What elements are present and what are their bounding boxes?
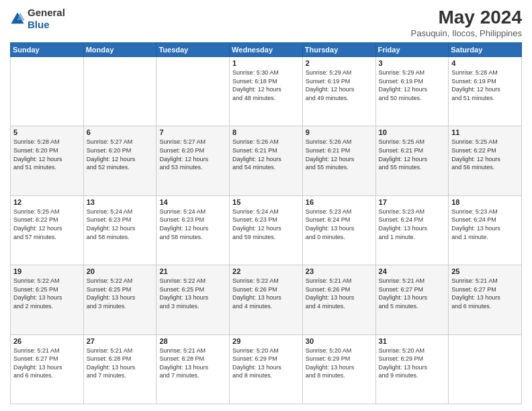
day-info: Sunrise: 5:22 AM Sunset: 6:25 PM Dayligh… (87, 277, 154, 310)
day-number: 29 (232, 337, 300, 345)
day-number: 1 (232, 59, 300, 67)
day-info: Sunrise: 5:26 AM Sunset: 6:21 PM Dayligh… (232, 138, 300, 171)
calendar-cell: 5Sunrise: 5:28 AM Sunset: 6:20 PM Daylig… (11, 126, 84, 195)
day-number: 19 (13, 267, 81, 275)
calendar-cell: 4Sunrise: 5:28 AM Sunset: 6:19 PM Daylig… (449, 57, 522, 126)
calendar-cell: 6Sunrise: 5:27 AM Sunset: 6:20 PM Daylig… (83, 126, 157, 195)
calendar-week-row: 5Sunrise: 5:28 AM Sunset: 6:20 PM Daylig… (11, 126, 522, 195)
day-info: Sunrise: 5:21 AM Sunset: 6:27 PM Dayligh… (379, 277, 446, 310)
logo: General Blue (10, 7, 65, 31)
day-number: 24 (379, 267, 446, 275)
day-number: 18 (451, 198, 519, 206)
weekday-header: Tuesday (157, 43, 230, 57)
calendar-cell: 3Sunrise: 5:29 AM Sunset: 6:19 PM Daylig… (375, 57, 449, 126)
day-info: Sunrise: 5:27 AM Sunset: 6:20 PM Dayligh… (159, 138, 226, 171)
day-number: 27 (87, 337, 154, 345)
calendar-cell: 19Sunrise: 5:22 AM Sunset: 6:25 PM Dayli… (11, 265, 84, 334)
day-number: 6 (87, 128, 154, 136)
calendar-cell (157, 57, 230, 126)
weekday-header: Sunday (11, 43, 84, 57)
day-number: 28 (159, 337, 226, 345)
day-info: Sunrise: 5:28 AM Sunset: 6:20 PM Dayligh… (13, 138, 81, 171)
calendar-cell: 15Sunrise: 5:24 AM Sunset: 6:23 PM Dayli… (230, 195, 303, 265)
day-number: 16 (306, 198, 373, 206)
calendar-cell: 8Sunrise: 5:26 AM Sunset: 6:21 PM Daylig… (230, 126, 303, 195)
calendar-cell (449, 334, 522, 404)
day-number: 31 (379, 337, 446, 345)
calendar-week-row: 1Sunrise: 5:30 AM Sunset: 6:18 PM Daylig… (11, 57, 522, 126)
calendar-cell: 31Sunrise: 5:20 AM Sunset: 6:29 PM Dayli… (375, 334, 449, 404)
day-info: Sunrise: 5:23 AM Sunset: 6:24 PM Dayligh… (379, 208, 446, 241)
day-number: 20 (87, 267, 154, 275)
weekday-header: Saturday (449, 43, 522, 57)
weekday-header: Thursday (302, 43, 375, 57)
day-info: Sunrise: 5:28 AM Sunset: 6:19 PM Dayligh… (451, 68, 519, 102)
weekday-header: Wednesday (230, 43, 303, 57)
day-info: Sunrise: 5:21 AM Sunset: 6:26 PM Dayligh… (306, 277, 373, 310)
day-number: 21 (159, 267, 226, 275)
calendar-cell: 21Sunrise: 5:22 AM Sunset: 6:25 PM Dayli… (157, 265, 230, 334)
day-number: 12 (13, 198, 81, 206)
day-number: 9 (306, 128, 373, 136)
day-number: 2 (306, 59, 373, 67)
calendar-week-row: 26Sunrise: 5:21 AM Sunset: 6:27 PM Dayli… (11, 334, 522, 404)
day-info: Sunrise: 5:22 AM Sunset: 6:25 PM Dayligh… (13, 277, 81, 310)
calendar-cell: 2Sunrise: 5:29 AM Sunset: 6:19 PM Daylig… (302, 57, 375, 126)
day-info: Sunrise: 5:25 AM Sunset: 6:21 PM Dayligh… (379, 138, 446, 171)
calendar-cell: 10Sunrise: 5:25 AM Sunset: 6:21 PM Dayli… (375, 126, 449, 195)
weekday-header: Monday (83, 43, 157, 57)
calendar-cell: 28Sunrise: 5:21 AM Sunset: 6:28 PM Dayli… (157, 334, 230, 404)
calendar-cell: 11Sunrise: 5:25 AM Sunset: 6:22 PM Dayli… (449, 126, 522, 195)
day-number: 17 (379, 198, 446, 206)
calendar-week-row: 19Sunrise: 5:22 AM Sunset: 6:25 PM Dayli… (11, 265, 522, 334)
day-number: 14 (159, 198, 226, 206)
day-info: Sunrise: 5:24 AM Sunset: 6:23 PM Dayligh… (87, 208, 154, 241)
day-number: 5 (13, 128, 81, 136)
day-info: Sunrise: 5:23 AM Sunset: 6:24 PM Dayligh… (306, 208, 373, 241)
day-info: Sunrise: 5:29 AM Sunset: 6:19 PM Dayligh… (379, 68, 446, 102)
calendar-cell: 22Sunrise: 5:22 AM Sunset: 6:26 PM Dayli… (230, 265, 303, 334)
weekday-row: SundayMondayTuesdayWednesdayThursdayFrid… (11, 43, 522, 57)
day-number: 15 (232, 198, 300, 206)
page: General Blue May 2024 Pasuquin, Ilocos, … (0, 0, 532, 411)
calendar-cell: 30Sunrise: 5:20 AM Sunset: 6:29 PM Dayli… (302, 334, 375, 404)
weekday-header: Friday (375, 43, 449, 57)
calendar-cell (11, 57, 84, 126)
day-number: 10 (379, 128, 446, 136)
day-number: 4 (451, 59, 519, 67)
calendar-cell: 13Sunrise: 5:24 AM Sunset: 6:23 PM Dayli… (83, 195, 157, 265)
day-info: Sunrise: 5:30 AM Sunset: 6:18 PM Dayligh… (232, 68, 300, 102)
logo-icon (10, 11, 25, 26)
calendar-cell: 24Sunrise: 5:21 AM Sunset: 6:27 PM Dayli… (375, 265, 449, 334)
calendar-cell: 7Sunrise: 5:27 AM Sunset: 6:20 PM Daylig… (157, 126, 230, 195)
calendar-body: 1Sunrise: 5:30 AM Sunset: 6:18 PM Daylig… (11, 57, 522, 404)
day-number: 13 (87, 198, 154, 206)
calendar-cell: 26Sunrise: 5:21 AM Sunset: 6:27 PM Dayli… (11, 334, 84, 404)
calendar-cell: 16Sunrise: 5:23 AM Sunset: 6:24 PM Dayli… (302, 195, 375, 265)
title-block: May 2024 Pasuquin, Ilocos, Philippines (411, 7, 523, 38)
day-info: Sunrise: 5:22 AM Sunset: 6:26 PM Dayligh… (232, 277, 300, 310)
day-info: Sunrise: 5:21 AM Sunset: 6:28 PM Dayligh… (87, 347, 154, 380)
day-info: Sunrise: 5:20 AM Sunset: 6:29 PM Dayligh… (379, 347, 446, 380)
day-info: Sunrise: 5:20 AM Sunset: 6:29 PM Dayligh… (232, 347, 300, 380)
calendar-cell: 14Sunrise: 5:24 AM Sunset: 6:23 PM Dayli… (157, 195, 230, 265)
day-number: 3 (379, 59, 446, 67)
calendar-cell: 1Sunrise: 5:30 AM Sunset: 6:18 PM Daylig… (230, 57, 303, 126)
calendar-cell: 23Sunrise: 5:21 AM Sunset: 6:26 PM Dayli… (302, 265, 375, 334)
header: General Blue May 2024 Pasuquin, Ilocos, … (10, 7, 522, 38)
calendar-cell: 29Sunrise: 5:20 AM Sunset: 6:29 PM Dayli… (230, 334, 303, 404)
day-info: Sunrise: 5:26 AM Sunset: 6:21 PM Dayligh… (306, 138, 373, 171)
logo-text-general: General (28, 7, 65, 18)
calendar-cell: 18Sunrise: 5:23 AM Sunset: 6:24 PM Dayli… (449, 195, 522, 265)
calendar-cell: 12Sunrise: 5:25 AM Sunset: 6:22 PM Dayli… (11, 195, 84, 265)
day-info: Sunrise: 5:25 AM Sunset: 6:22 PM Dayligh… (451, 138, 519, 171)
calendar-cell: 20Sunrise: 5:22 AM Sunset: 6:25 PM Dayli… (83, 265, 157, 334)
day-number: 23 (306, 267, 373, 275)
day-number: 7 (159, 128, 226, 136)
day-info: Sunrise: 5:24 AM Sunset: 6:23 PM Dayligh… (159, 208, 226, 241)
calendar-cell (83, 57, 157, 126)
day-info: Sunrise: 5:29 AM Sunset: 6:19 PM Dayligh… (306, 68, 373, 102)
day-number: 22 (232, 267, 300, 275)
calendar-cell: 25Sunrise: 5:21 AM Sunset: 6:27 PM Dayli… (449, 265, 522, 334)
month-year: May 2024 (411, 7, 523, 28)
